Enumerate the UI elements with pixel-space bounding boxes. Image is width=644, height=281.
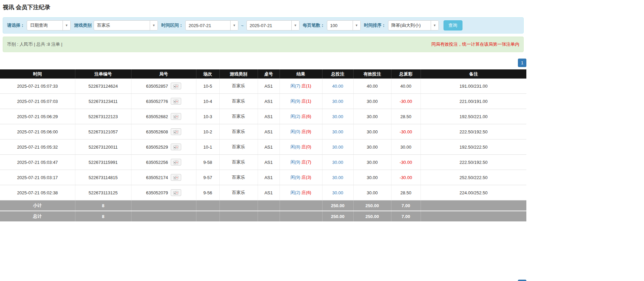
view-cards-button[interactable] xyxy=(171,113,181,120)
round-wrap: 635052079 xyxy=(146,189,181,196)
total-bet-link[interactable]: 30.00 xyxy=(332,145,343,150)
cell-round: 635052256 xyxy=(131,155,196,170)
cell-time: 2025-07-21 05:06:29 xyxy=(0,109,75,124)
notice-text: 同局有效投注，统一计算在该局第一张注单内 xyxy=(431,41,519,47)
cell-round: 635052776 xyxy=(131,94,196,109)
total-count: 8 xyxy=(75,211,131,222)
cell-game-type: 百家乐 xyxy=(219,94,258,109)
total-bet-link[interactable]: 40.00 xyxy=(332,84,343,89)
search-button[interactable]: 查询 xyxy=(444,20,462,30)
query-type-select[interactable]: 日期查询 ▼ xyxy=(27,20,71,30)
round-wrap: 635052857 xyxy=(146,83,181,89)
view-cards-button[interactable] xyxy=(171,159,181,166)
cell-note: 222.50/192.50 xyxy=(421,124,526,139)
time-sort-value: 降幂(由大到小) xyxy=(388,21,431,30)
cell-total-bet: 30.00 xyxy=(322,155,353,170)
cell-note: 192.50/221.00 xyxy=(421,109,526,124)
cell-note: 224.00/252.50 xyxy=(421,185,526,200)
cell-valid-bet: 30.00 xyxy=(353,124,391,139)
cell-table: AS1 xyxy=(258,185,280,200)
col-header-note: 备注 xyxy=(421,69,526,79)
round-number: 635052608 xyxy=(146,129,168,134)
cell-bet-id: 522673122123 xyxy=(75,109,131,124)
view-cards-button[interactable] xyxy=(171,174,181,181)
cell-bet-id: 522673121057 xyxy=(75,124,131,139)
round-number: 635052529 xyxy=(146,145,168,150)
round-wrap: 635052256 xyxy=(146,159,181,166)
banker-result: 庄(3) xyxy=(302,175,311,180)
page-size-value: 100 xyxy=(327,21,353,30)
total-row: 总计 8 250.00 250.00 7.00 xyxy=(0,211,526,222)
cell-game-type: 百家乐 xyxy=(219,124,258,139)
cell-round: 635052529 xyxy=(131,139,196,155)
cell-table: AS1 xyxy=(258,139,280,155)
page-title: 视讯 会员下注纪录 xyxy=(3,3,524,11)
view-cards-button[interactable] xyxy=(171,128,181,135)
cell-empty xyxy=(421,211,526,222)
cell-empty xyxy=(258,211,280,222)
cell-round: 635052079 xyxy=(131,185,196,200)
chevron-down-icon: ▼ xyxy=(150,21,158,30)
cell-session: 9-58 xyxy=(196,155,219,170)
chevron-down-icon: ▼ xyxy=(431,21,438,30)
bets-table: 时间 注单编号 局号 场次 游戏类别 桌号 结果 总投注 有效投注 总派彩 备注… xyxy=(0,69,526,222)
view-cards-button[interactable] xyxy=(171,98,181,105)
table-footer: 小计 8 250.00 250.00 7.00 总计 8 25 xyxy=(0,200,526,222)
page-button-1[interactable]: 1 xyxy=(518,59,526,67)
total-total-bet: 250.00 xyxy=(322,211,353,222)
total-bet-link[interactable]: 30.00 xyxy=(332,175,343,180)
cell-game-type: 百家乐 xyxy=(219,79,258,94)
cell-payout: 30.00 xyxy=(391,139,421,155)
total-bet-link[interactable]: 30.00 xyxy=(332,129,343,134)
cell-total-bet: 30.00 xyxy=(322,124,353,139)
cell-note: 192.50/222.50 xyxy=(421,139,526,155)
player-result: 闲(2) xyxy=(290,114,300,119)
view-cards-button[interactable] xyxy=(171,83,181,89)
col-header-payout: 总派彩 xyxy=(391,69,421,79)
total-bet-link[interactable]: 30.00 xyxy=(332,160,343,165)
cards-icon xyxy=(173,84,179,89)
date-to-select[interactable]: 2025-07-21 ▼ xyxy=(246,20,300,30)
banker-result: 庄(7) xyxy=(302,159,311,165)
col-header-time: 时间 xyxy=(0,69,75,79)
player-result: 闲(9) xyxy=(290,99,300,104)
col-header-round: 局号 xyxy=(131,69,196,79)
cell-time: 2025-07-21 05:02:38 xyxy=(0,185,75,200)
view-cards-button[interactable] xyxy=(171,189,181,196)
round-number: 635052174 xyxy=(146,175,168,180)
page-button-1[interactable]: 1 xyxy=(518,280,526,281)
page-size-label: 每页笔数： xyxy=(303,22,325,28)
cell-result: 闲(2) 庄(6) xyxy=(280,109,322,124)
col-header-table: 桌号 xyxy=(258,69,280,79)
total-bet-link[interactable]: 30.00 xyxy=(332,190,343,195)
cell-bet-id: 522673120011 xyxy=(75,139,131,155)
cell-round: 635052857 xyxy=(131,79,196,94)
cell-time: 2025-07-21 05:03:47 xyxy=(0,155,75,170)
cards-icon xyxy=(173,99,179,104)
round-number: 635052857 xyxy=(146,84,168,89)
cell-game-type: 百家乐 xyxy=(219,109,258,124)
page-size-select[interactable]: 100 ▼ xyxy=(327,20,361,30)
cell-empty xyxy=(219,200,258,211)
game-type-select[interactable]: 百家乐 ▼ xyxy=(94,20,158,30)
cell-note: 222.50/192.50 xyxy=(421,155,526,170)
cell-table: AS1 xyxy=(258,94,280,109)
cell-payout: 28.50 xyxy=(391,109,421,124)
total-bet-link[interactable]: 30.00 xyxy=(332,114,343,119)
date-from-select[interactable]: 2025-07-21 ▼ xyxy=(185,20,238,30)
cell-round: 635052682 xyxy=(131,109,196,124)
cell-session: 10-4 xyxy=(196,94,219,109)
summary-bar: 币别 : 人民币 | 总共 :8 注单 | 同局有效投注，统一计算在该局第一张注… xyxy=(3,37,524,52)
cell-total-bet: 30.00 xyxy=(322,170,353,185)
cell-result: 闲(7) 庄(1) xyxy=(280,79,322,94)
cell-total-bet: 30.00 xyxy=(322,139,353,155)
cell-empty xyxy=(219,211,258,222)
cell-session: 10-2 xyxy=(196,124,219,139)
cell-empty xyxy=(131,200,196,211)
player-result: 闲(0) xyxy=(290,129,300,134)
view-cards-button[interactable] xyxy=(171,144,181,150)
cards-icon xyxy=(173,160,179,165)
time-sort-select[interactable]: 降幂(由大到小) ▼ xyxy=(388,20,439,30)
cell-empty xyxy=(280,200,322,211)
total-bet-link[interactable]: 30.00 xyxy=(332,99,343,104)
